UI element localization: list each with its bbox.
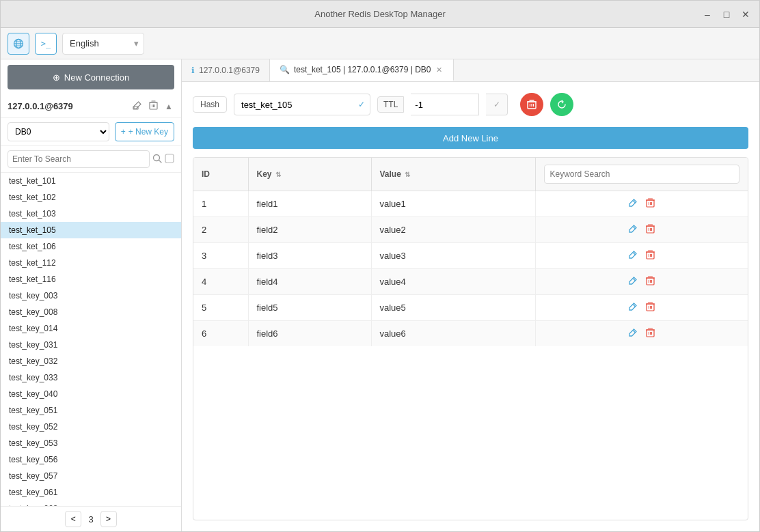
cell-id: 3 [193,243,248,269]
cell-actions [535,217,748,243]
row-delete-button[interactable] [646,250,655,262]
table-row: 6 field6 value6 [193,321,748,347]
row-edit-button[interactable] [628,302,638,313]
info-tab[interactable]: ℹ 127.0.0.1@6379 [182,59,270,81]
key-name-wrap: ✓ [234,94,370,115]
key-item[interactable]: test_key_068 [1,501,181,506]
table-row: 5 field5 value5 [193,295,748,321]
key-item[interactable]: test_key_052 [1,419,181,435]
row-actions [544,250,740,262]
cell-id: 1 [193,191,248,217]
globe-button[interactable] [8,33,29,55]
delete-key-button[interactable] [520,93,543,116]
edit-icon [133,100,142,110]
cell-actions [535,295,748,321]
main-content: ⊕ New Connection 127.0.0.1@6379 [1,59,759,531]
close-button[interactable]: ✕ [739,8,752,21]
col-header-search [535,158,748,191]
row-delete-button[interactable] [646,328,655,339]
toolbar: >_ English 中文 日本語 ▾ [1,28,759,59]
key-item[interactable]: test_key_053 [1,435,181,451]
checkbox-icon [165,154,174,163]
row-delete-button[interactable] [646,276,655,288]
info-tab-label: 127.0.0.1@6379 [199,66,260,75]
cell-id: 4 [193,269,248,295]
pagination: < 3 > [1,506,181,531]
language-select[interactable]: English 中文 日本語 [62,33,144,55]
language-selector-wrap: English 中文 日本語 ▾ [62,33,144,55]
cell-id: 5 [193,295,248,321]
cell-value: value3 [371,243,535,269]
key-name-input[interactable] [234,94,370,115]
table-header-row: ID Key ⇅ Value ⇅ [193,158,748,191]
key-item[interactable]: test_key_057 [1,468,181,484]
new-connection-button[interactable]: ⊕ New Connection [8,65,174,89]
key-item[interactable]: test_key_008 [1,304,181,320]
row-delete-button[interactable] [646,302,655,313]
sort-icon-key[interactable]: ⇅ [275,171,281,178]
row-edit-button[interactable] [628,276,638,288]
key-item[interactable]: test_key_033 [1,369,181,386]
row-edit-button[interactable] [628,250,638,262]
search-checkbox-button[interactable] [165,154,174,165]
cell-id: 6 [193,321,248,347]
db-select[interactable]: DB0 DB1 DB2 DB3 [8,122,109,141]
key-item[interactable]: test_ket_106 [1,238,181,255]
key-item[interactable]: test_key_003 [1,288,181,304]
key-tab[interactable]: 🔍 test_ket_105 | 127.0.0.1@6379 | DB0 ✕ [270,59,454,81]
refresh-key-button[interactable] [550,93,573,116]
delete-connection-button[interactable] [148,99,159,113]
search-submit-button[interactable] [152,154,162,165]
key-item[interactable]: test_ket_102 [1,189,181,206]
new-key-button[interactable]: + + New Key [115,122,174,141]
row-delete-button[interactable] [646,224,655,236]
key-search-input[interactable] [8,150,150,168]
trash-icon-white [527,100,537,109]
edit-connection-button[interactable] [131,99,144,113]
minimize-button[interactable]: – [701,8,714,21]
terminal-icon: >_ [41,39,51,48]
plus-icon: ⊕ [53,72,60,83]
new-connection-label: New Connection [64,72,129,83]
key-item[interactable]: test_key_031 [1,337,181,353]
hash-table: ID Key ⇅ Value ⇅ [193,158,748,346]
key-tab-label: test_ket_105 | 127.0.0.1@6379 | DB0 [294,65,431,74]
key-item[interactable]: test_key_056 [1,451,181,468]
key-tab-icon: 🔍 [280,65,290,74]
tab-close-button[interactable]: ✕ [435,66,444,74]
key-item[interactable]: test_key_014 [1,320,181,337]
key-item[interactable]: test_ket_103 [1,206,181,222]
keyword-search-input[interactable] [544,165,740,184]
col-header-key: Key ⇅ [248,158,371,191]
key-item[interactable]: test_key_032 [1,353,181,369]
row-edit-button[interactable] [628,198,638,210]
cell-value: value1 [371,191,535,217]
next-page-button[interactable]: > [100,511,117,527]
cell-value: value4 [371,269,535,295]
cell-id: 2 [193,217,248,243]
prev-page-button[interactable]: < [65,511,81,527]
ttl-confirm-button[interactable]: ✓ [486,94,508,115]
ttl-input[interactable] [411,94,479,115]
key-item[interactable]: test_ket_116 [1,271,181,288]
key-item[interactable]: test_key_051 [1,402,181,419]
sort-icon-value[interactable]: ⇅ [405,171,410,178]
key-item[interactable]: test_key_061 [1,484,181,501]
cell-key: field5 [248,295,371,321]
key-item-active[interactable]: test_ket_105 [1,222,181,238]
key-item[interactable]: test_key_040 [1,386,181,402]
window-title: Another Redis DeskTop Manager [314,9,446,19]
key-item[interactable]: test_ket_101 [1,173,181,189]
table-row: 2 field2 value2 [193,217,748,243]
titlebar: Another Redis DeskTop Manager – □ ✕ [1,1,759,28]
row-actions [544,328,740,339]
key-item[interactable]: test_ket_112 [1,255,181,271]
collapse-connection-button[interactable]: ▲ [163,100,174,113]
terminal-button[interactable]: >_ [35,33,57,55]
add-new-line-button[interactable]: Add New Line [193,127,748,149]
row-edit-button[interactable] [628,328,638,339]
ttl-label: TTL [377,96,404,113]
maximize-button[interactable]: □ [720,8,733,21]
row-delete-button[interactable] [646,198,655,210]
row-edit-button[interactable] [628,224,638,236]
